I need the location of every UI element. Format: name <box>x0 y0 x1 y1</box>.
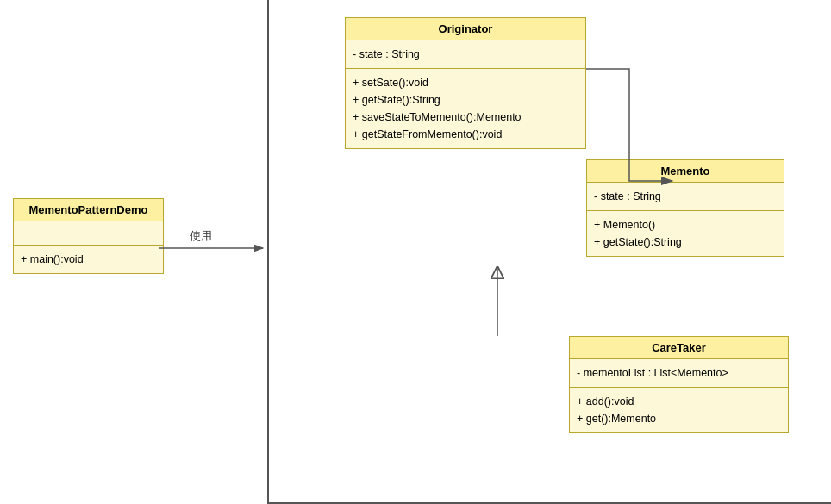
caretaker-method-1: + add():void <box>577 393 781 410</box>
use-label: 使用 <box>190 229 212 242</box>
originator-method-2: + getState():String <box>353 91 578 109</box>
class-caretaker: CareTaker - mementoList : List<Memento> … <box>569 336 789 433</box>
originator-method-4: + getStateFromMemento():void <box>353 126 578 143</box>
originator-method-1: + setSate():void <box>353 74 578 91</box>
class-originator-fields: - state : String <box>346 40 585 69</box>
memento-method-1: + Memento() <box>594 216 777 233</box>
diagram-container: MementoPatternDemo + main():void Origina… <box>0 0 831 504</box>
caretaker-field-list: - mementoList : List<Memento> <box>577 364 781 382</box>
class-memento-methods: + Memento() + getState():String <box>587 211 784 256</box>
class-caretaker-fields: - mementoList : List<Memento> <box>570 359 788 388</box>
class-originator: Originator - state : String + setSate():… <box>345 17 586 149</box>
originator-field-state: - state : String <box>353 46 578 63</box>
class-demo-header: MementoPatternDemo <box>14 199 163 221</box>
originator-method-3: + saveStateToMemento():Memento <box>353 109 578 126</box>
memento-method-2: + getState():String <box>594 233 777 251</box>
class-memento: Memento - state : String + Memento() + g… <box>586 159 784 257</box>
class-originator-header: Originator <box>346 18 585 40</box>
memento-field-state: - state : String <box>594 188 777 205</box>
class-memento-fields: - state : String <box>587 183 784 211</box>
class-demo: MementoPatternDemo + main():void <box>13 198 164 274</box>
class-demo-methods: + main():void <box>14 246 163 273</box>
demo-method-main: + main():void <box>21 251 156 268</box>
class-originator-methods: + setSate():void + getState():String + s… <box>346 69 585 148</box>
caretaker-method-2: + get():Memento <box>577 410 781 427</box>
class-memento-header: Memento <box>587 160 784 183</box>
class-demo-fields <box>14 221 163 246</box>
class-caretaker-header: CareTaker <box>570 337 788 359</box>
class-caretaker-methods: + add():void + get():Memento <box>570 388 788 432</box>
